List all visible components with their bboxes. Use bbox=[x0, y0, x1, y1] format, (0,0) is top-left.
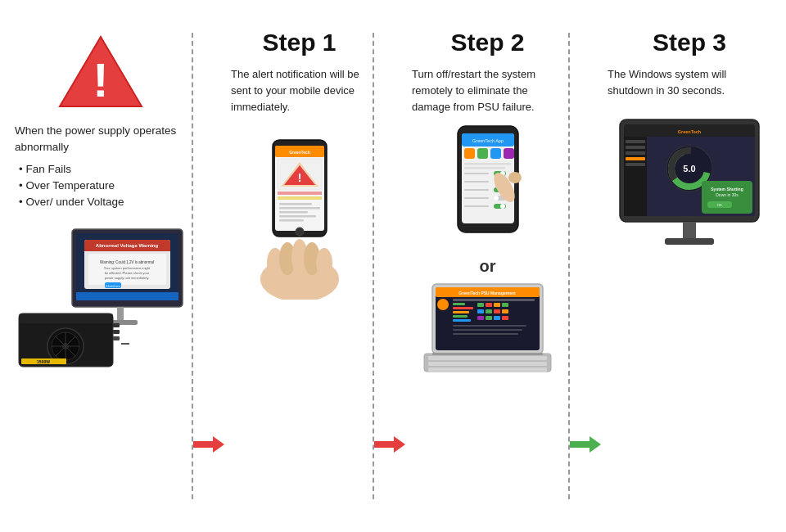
col1-description: When the power supply operates abnormall… bbox=[15, 123, 187, 210]
svg-marker-117 bbox=[570, 436, 601, 453]
svg-rect-7 bbox=[84, 248, 170, 251]
svg-rect-104 bbox=[477, 316, 484, 320]
svg-rect-53 bbox=[279, 211, 308, 214]
svg-rect-51 bbox=[279, 203, 312, 205]
svg-text:Your system performance might: Your system performance might bbox=[104, 266, 151, 270]
svg-rect-90 bbox=[453, 299, 535, 301]
svg-rect-110 bbox=[453, 333, 518, 335]
svg-rect-63 bbox=[477, 148, 488, 159]
column-2: Step 1 The alert notification will be se… bbox=[224, 16, 374, 516]
svg-rect-66 bbox=[464, 163, 511, 165]
svg-rect-94 bbox=[453, 315, 468, 318]
or-text: or bbox=[480, 257, 496, 276]
svg-rect-49 bbox=[278, 192, 322, 195]
svg-rect-64 bbox=[490, 148, 501, 159]
arrow-3-container bbox=[570, 16, 601, 516]
svg-rect-95 bbox=[453, 319, 471, 322]
svg-rect-116 bbox=[432, 353, 543, 355]
phone-hand-illustration: GreenTech ! bbox=[246, 128, 353, 300]
col3-image-area: GreenTech App bbox=[412, 122, 563, 374]
svg-rect-50 bbox=[278, 196, 322, 200]
green-arrow-3 bbox=[570, 435, 601, 454]
svg-rect-77 bbox=[464, 197, 489, 199]
svg-text:OK: OK bbox=[717, 203, 722, 207]
svg-text:GreenTech App: GreenTech App bbox=[472, 138, 504, 143]
svg-rect-97 bbox=[486, 303, 492, 307]
desktop-monitor-illustration: GreenTech 5.0 System Shutting Do bbox=[608, 111, 771, 267]
svg-marker-57 bbox=[374, 436, 405, 453]
svg-text:System Shutting: System Shutting bbox=[711, 187, 743, 192]
svg-rect-93 bbox=[453, 311, 469, 313]
svg-rect-107 bbox=[502, 316, 508, 320]
svg-rect-106 bbox=[494, 316, 500, 320]
bullet-fan-fails: Fan Fails bbox=[19, 161, 187, 178]
svg-rect-101 bbox=[486, 309, 492, 313]
svg-rect-112 bbox=[428, 356, 547, 360]
svg-rect-105 bbox=[486, 316, 492, 320]
svg-rect-98 bbox=[494, 303, 500, 307]
svg-rect-74 bbox=[464, 189, 489, 191]
svg-rect-92 bbox=[453, 307, 473, 309]
svg-rect-62 bbox=[464, 148, 475, 159]
svg-point-79 bbox=[494, 196, 499, 201]
svg-rect-109 bbox=[453, 329, 522, 331]
svg-rect-124 bbox=[626, 146, 645, 149]
svg-text:be affected. Please check your: be affected. Please check your bbox=[105, 271, 150, 275]
step-1-title: Step 1 bbox=[262, 29, 336, 56]
col1-intro: When the power supply operates abnormall… bbox=[15, 123, 187, 156]
svg-rect-126 bbox=[626, 157, 645, 160]
svg-text:GreenTech: GreenTech bbox=[678, 129, 702, 134]
svg-rect-99 bbox=[502, 303, 508, 307]
column-4: Step 3 The Windows system will shutdown … bbox=[601, 16, 778, 516]
svg-rect-125 bbox=[626, 151, 645, 155]
svg-rect-71 bbox=[464, 181, 489, 183]
svg-rect-68 bbox=[464, 173, 489, 174]
svg-rect-55 bbox=[279, 219, 304, 222]
laptop-illustration: GreenTech PSU Management bbox=[412, 280, 563, 374]
step-2-title: Step 2 bbox=[450, 29, 524, 56]
svg-rect-52 bbox=[279, 207, 320, 210]
svg-rect-127 bbox=[626, 163, 645, 166]
column-1: ! When the power supply operates abnorma… bbox=[8, 16, 193, 516]
red-arrow-1 bbox=[193, 435, 224, 454]
column-3: Step 2 Turn off/restart the system remot… bbox=[405, 16, 570, 516]
svg-rect-29 bbox=[113, 323, 120, 327]
svg-rect-91 bbox=[453, 303, 465, 305]
svg-point-56 bbox=[296, 228, 304, 236]
svg-text:1500W: 1500W bbox=[37, 359, 50, 364]
svg-text:5.0: 5.0 bbox=[683, 164, 695, 174]
col1-bullet-list: Fan Fails Over Temperature Over/ under V… bbox=[15, 161, 187, 211]
svg-point-40 bbox=[316, 248, 332, 277]
bullet-over-temperature: Over Temperature bbox=[19, 178, 187, 194]
col1-image-area: Abnormal Voltage Warning Warning: Could … bbox=[15, 225, 187, 368]
svg-marker-33 bbox=[193, 436, 224, 453]
svg-rect-4 bbox=[76, 292, 178, 300]
svg-rect-139 bbox=[665, 238, 714, 245]
svg-rect-133 bbox=[702, 181, 752, 214]
svg-text:!: ! bbox=[93, 53, 108, 106]
svg-rect-114 bbox=[428, 367, 547, 372]
svg-point-89 bbox=[437, 299, 449, 310]
svg-text:Shutdown: Shutdown bbox=[106, 284, 120, 288]
svg-rect-108 bbox=[453, 325, 526, 327]
svg-text:Warning: Could 1.2V is abnorma: Warning: Could 1.2V is abnormal bbox=[100, 260, 154, 264]
svg-point-84 bbox=[508, 172, 522, 183]
col4-image-area: GreenTech 5.0 System Shutting Do bbox=[608, 111, 771, 267]
svg-text:power supply unit immediately.: power supply unit immediately. bbox=[105, 276, 149, 280]
svg-rect-102 bbox=[494, 309, 500, 313]
svg-rect-96 bbox=[477, 303, 484, 307]
step-3-title: Step 3 bbox=[653, 29, 726, 56]
psu-monitor-illustration: Abnormal Voltage Warning Warning: Could … bbox=[15, 225, 187, 368]
svg-rect-138 bbox=[683, 222, 696, 240]
main-container: ! When the power supply operates abnorma… bbox=[0, 0, 786, 532]
svg-text:Down in 30s: Down in 30s bbox=[716, 192, 739, 197]
svg-rect-123 bbox=[626, 140, 645, 143]
svg-rect-65 bbox=[504, 148, 514, 159]
svg-text:GreenTech PSU Management: GreenTech PSU Management bbox=[458, 291, 516, 295]
svg-text:GreenTech: GreenTech bbox=[289, 150, 310, 155]
svg-rect-54 bbox=[279, 215, 316, 218]
step-2-description: Turn off/restart the system remotely to … bbox=[412, 66, 563, 115]
svg-rect-103 bbox=[502, 309, 508, 313]
arrow-2-container bbox=[374, 16, 405, 516]
svg-text:Abnormal Voltage Warning: Abnormal Voltage Warning bbox=[96, 243, 159, 248]
